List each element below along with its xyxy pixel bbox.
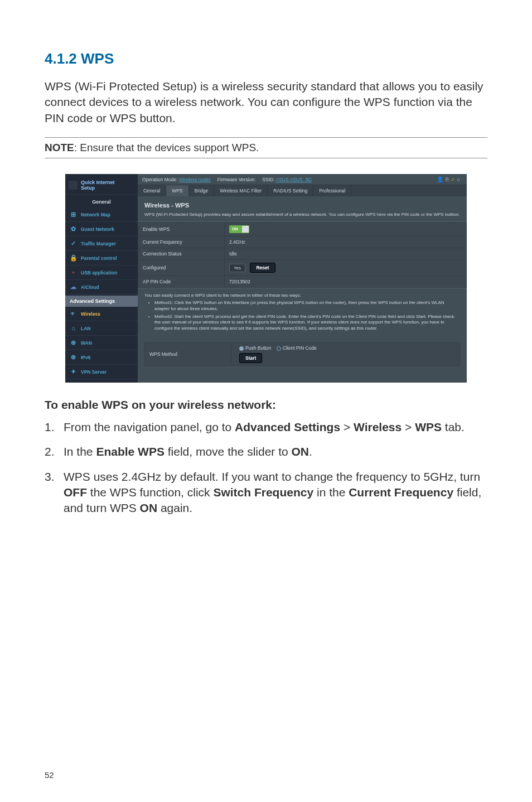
ipv6-icon: ⊕ bbox=[70, 354, 77, 361]
user-icon[interactable]: 👤 bbox=[437, 176, 446, 182]
main-panel: Operation Mode: Wireless router Firmware… bbox=[138, 174, 467, 383]
globe-icon: ⊕ bbox=[70, 339, 77, 346]
wand-icon bbox=[69, 181, 78, 190]
bold-off: OFF bbox=[64, 486, 87, 499]
cloud-icon: ☁ bbox=[70, 283, 77, 291]
qis-line1: Quick Internet bbox=[81, 180, 115, 185]
sidebar-item-wan[interactable]: ⊕WAN bbox=[65, 336, 138, 350]
enable-wps-toggle[interactable]: ON bbox=[229, 225, 249, 233]
sidebar-item-network-map[interactable]: ⊞Network Map bbox=[65, 207, 138, 222]
ssid-link[interactable]: ASUS ASUS_5G bbox=[275, 177, 311, 182]
sidebar-item-usb-application[interactable]: ▪USB application bbox=[65, 265, 138, 280]
current-freq-label: Current Frequency bbox=[138, 236, 225, 248]
row-connection-status: Connection Status Idle bbox=[138, 248, 467, 260]
ssid-label: SSID: bbox=[262, 177, 274, 182]
current-freq-value: 2.4GHz bbox=[225, 236, 467, 248]
sidebar-group-general: General bbox=[65, 195, 138, 207]
tab-wps[interactable]: WPS bbox=[166, 185, 188, 196]
configured-value: Yes bbox=[229, 264, 245, 272]
bold-wireless: Wireless bbox=[354, 421, 402, 433]
note-box: NOTE: Ensure that the devices support WP… bbox=[45, 137, 487, 158]
intro-text: WPS (Wi-Fi Protected Setup) is a wireles… bbox=[45, 79, 487, 126]
tab-mac-filter[interactable]: Wireless MAC Filter bbox=[214, 185, 268, 196]
page-desc: WPS (Wi-Fi Protected Setup) provides eas… bbox=[138, 210, 467, 222]
bold-switch-frequency: Switch Frequency bbox=[213, 486, 313, 499]
tabs: General WPS Bridge Wireless MAC Filter R… bbox=[138, 185, 467, 196]
conn-status-label: Connection Status bbox=[138, 248, 225, 260]
topbar: Operation Mode: Wireless router Firmware… bbox=[138, 174, 467, 185]
router-screenshot: Quick Internet Setup General ⊞Network Ma… bbox=[65, 174, 467, 383]
opmode-link[interactable]: Wireless router bbox=[179, 177, 211, 182]
unplug-icon[interactable]: ⇄ bbox=[451, 176, 457, 182]
tab-general[interactable]: General bbox=[138, 185, 166, 196]
method-1: Method1: Click the WPS button on this in… bbox=[154, 300, 460, 312]
network-icon: ⊞ bbox=[70, 211, 77, 218]
section-heading: 4.1.2 WPS bbox=[45, 50, 487, 67]
sidebar-item-lan[interactable]: ⌂LAN bbox=[65, 321, 138, 336]
bold-on: ON bbox=[292, 445, 309, 458]
wifi-icon: ᯤ bbox=[70, 310, 77, 317]
bold-advanced-settings: Advanced Settings bbox=[235, 421, 340, 433]
conn-status-value: Idle bbox=[225, 248, 467, 260]
sidebar-item-ipv6[interactable]: ⊕IPv6 bbox=[65, 350, 138, 365]
lock-icon: 🔒 bbox=[70, 254, 77, 262]
start-button[interactable]: Start bbox=[239, 353, 262, 363]
reset-button[interactable]: Reset bbox=[250, 263, 275, 273]
bold-wps: WPS bbox=[415, 421, 442, 433]
sidebar-item-guest-network[interactable]: ✿Guest Network bbox=[65, 222, 138, 236]
configured-label: Configured bbox=[138, 260, 225, 276]
section-number: 4.1.2 bbox=[45, 50, 77, 67]
radio-client-pin-label: Client PIN Code bbox=[283, 345, 317, 351]
radio-client-pin[interactable] bbox=[277, 346, 281, 351]
bold-current-frequency: Current Frequency bbox=[349, 486, 453, 499]
step-number: 3. bbox=[45, 469, 58, 516]
instructions-heading: To enable WPS on your wireless network: bbox=[45, 398, 487, 412]
row-configured: Configured Yes Reset bbox=[138, 260, 467, 276]
radio-push-button[interactable] bbox=[239, 346, 244, 351]
methods-block: You can easily connect a WPS client to t… bbox=[138, 288, 467, 338]
wps-method-row: WPS Method Push Button Client PIN Code S… bbox=[144, 342, 460, 366]
section-title: WPS bbox=[81, 50, 114, 67]
lan-icon: ⌂ bbox=[70, 325, 77, 332]
row-current-frequency: Current Frequency 2.4GHz bbox=[138, 236, 467, 248]
row-enable-wps: Enable WPS ON bbox=[138, 223, 467, 236]
tab-professional[interactable]: Professional bbox=[313, 185, 351, 196]
radio-push-button-label: Push Button bbox=[245, 345, 271, 351]
ap-pin-label: AP PIN Code bbox=[138, 276, 225, 288]
method-2: Method2: Start the client WPS process an… bbox=[154, 314, 460, 332]
qis-line2: Setup bbox=[81, 185, 115, 191]
enable-wps-label: Enable WPS bbox=[138, 223, 225, 236]
sidebar-item-traffic-manager[interactable]: ✓Traffic Manager bbox=[65, 236, 138, 251]
steps-list: 1. From the navigation panel, go to Adva… bbox=[45, 419, 487, 516]
step-number: 1. bbox=[45, 419, 58, 435]
step-3: 3. WPS uses 2.4GHz by default. If you wa… bbox=[45, 469, 487, 516]
methods-intro: You can easily connect a WPS client to t… bbox=[144, 293, 460, 298]
guest-icon: ✿ bbox=[70, 225, 77, 233]
tab-radius[interactable]: RADIUS Setting bbox=[268, 185, 313, 196]
bold-on-2: ON bbox=[140, 501, 158, 514]
sidebar-item-parental-control[interactable]: 🔒Parental control bbox=[65, 251, 138, 265]
sidebar-item-vpn-server[interactable]: ✦VPN Server bbox=[65, 365, 138, 379]
copy-icon[interactable]: ⎘ bbox=[446, 176, 451, 182]
tab-bridge[interactable]: Bridge bbox=[189, 185, 215, 196]
step-2: 2. In the Enable WPS field, move the sli… bbox=[45, 444, 487, 460]
note-text: : Ensure that the devices support WPS. bbox=[74, 142, 259, 153]
usb-icon: ▪ bbox=[70, 269, 77, 276]
traffic-icon: ✓ bbox=[70, 240, 77, 247]
row-ap-pin-code: AP PIN Code 72013502 bbox=[138, 276, 467, 288]
sidebar-item-wireless[interactable]: ᯤWireless bbox=[65, 307, 138, 321]
content: Wireless - WPS WPS (Wi-Fi Protected Setu… bbox=[138, 196, 467, 366]
vpn-icon: ✦ bbox=[70, 368, 77, 375]
sidebar-quick-setup[interactable]: Quick Internet Setup bbox=[65, 176, 138, 195]
wps-method-label: WPS Method bbox=[145, 345, 231, 364]
device-icon[interactable]: ▯ bbox=[457, 176, 462, 182]
page-title: Wireless - WPS bbox=[138, 196, 467, 210]
sidebar-group-advanced: Advanced Settings bbox=[65, 296, 138, 307]
settings-table: Enable WPS ON Current Frequency 2.4GHz C… bbox=[138, 222, 467, 288]
bold-enable-wps: Enable WPS bbox=[96, 445, 165, 458]
opmode-label: Operation Mode: bbox=[142, 177, 177, 182]
topbar-icons: 👤⎘⇄▯ bbox=[437, 176, 462, 182]
sidebar-item-aicloud[interactable]: ☁AiCloud bbox=[65, 280, 138, 294]
fw-label: Firmware Version: bbox=[217, 177, 256, 182]
sidebar: Quick Internet Setup General ⊞Network Ma… bbox=[65, 174, 138, 383]
